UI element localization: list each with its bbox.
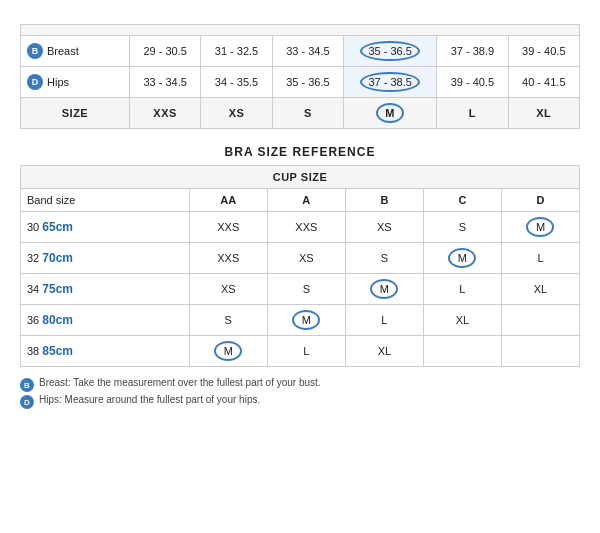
- footnotes: BBreast: Take the measurement over the f…: [20, 377, 580, 409]
- bra-section: BRA SIZE REFERENCE CUP SIZE Band sizeAAA…: [20, 145, 580, 367]
- body-measures-table: B Breast29 - 30.531 - 32.533 - 34.535 - …: [20, 24, 580, 129]
- cup-size-header: CUP SIZE: [21, 166, 580, 189]
- body-measures-header: [21, 25, 580, 36]
- bra-reference-table: CUP SIZE Band sizeAAABCD 30 65cmXXSXXSXS…: [20, 165, 580, 367]
- bra-section-title: BRA SIZE REFERENCE: [20, 145, 580, 159]
